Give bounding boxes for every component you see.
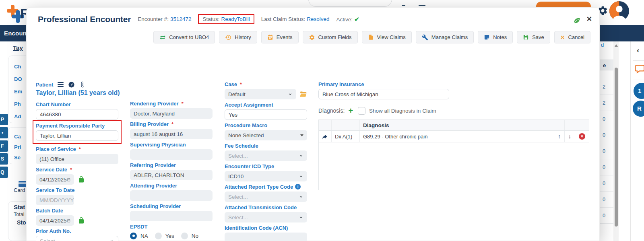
view-claims-button[interactable]: View Claims <box>362 31 412 43</box>
encounter-icd-type-select[interactable]: ICD10 <box>225 171 307 181</box>
delete-diagnosis-icon[interactable]: ✕ <box>579 133 585 140</box>
rendering-provider-input[interactable]: Doctor, Maryland <box>130 108 213 119</box>
professional-encounter-modal: Professional Encounter Encounter #:35124… <box>26 7 600 241</box>
leaf-icon[interactable] <box>573 16 581 25</box>
payment-responsible-party-label: Payment Responsible Party <box>36 122 118 129</box>
show-all-diagnosis-checkbox[interactable] <box>358 107 365 115</box>
unlock-icon[interactable] <box>78 217 85 224</box>
patient-label: Patient <box>36 81 53 88</box>
active-indicator: Active:✔ <box>336 16 359 23</box>
swap-arrows-icon <box>159 34 166 41</box>
side-button-f[interactable]: F <box>0 140 8 152</box>
referring-provider-input[interactable]: ADLER, CHARLTON <box>130 170 213 180</box>
chevron-down-icon <box>288 92 293 97</box>
primary-insurance-input[interactable]: Blue Cross of Michigan <box>318 89 449 99</box>
case-folder-icon[interactable] <box>299 91 307 98</box>
payment-responsible-party-input[interactable]: Taylor, Lillian <box>36 130 118 141</box>
attached-report-type-select[interactable]: Select... <box>225 192 307 202</box>
nav-tab-encounters[interactable]: Encoun <box>4 25 27 41</box>
procedure-macro-select[interactable]: None Selected <box>225 130 307 140</box>
prior-auth-select[interactable]: Select... <box>36 236 118 241</box>
statement-item: Sto <box>17 219 26 226</box>
identification-code-label: Identification Code (ACN) <box>225 225 307 231</box>
diagnosis-table: Diagnosis Dx A(1) G89.29 - Other chronic… <box>318 119 589 190</box>
side-button-q[interactable]: Q <box>0 167 8 178</box>
epsdt-radio-na[interactable] <box>130 233 137 239</box>
epsdt-label: EPSDT <box>130 223 213 230</box>
accept-assignment-label: Accept Assignment <box>225 101 307 108</box>
move-diagnosis-down-icon[interactable]: ↓ <box>568 133 571 140</box>
epsdt-radio-no[interactable] <box>181 233 188 239</box>
attending-provider-input[interactable] <box>130 190 213 201</box>
side-button-s[interactable]: S <box>0 153 8 165</box>
statement-title: Stat <box>14 204 25 210</box>
cancel-x-icon: ✕ <box>560 34 565 41</box>
right-amount-cell: 0 <box>600 175 613 192</box>
manage-claims-wrench-icon <box>422 34 428 41</box>
right-amount-cell: 0 <box>600 159 613 175</box>
chat-bubble-icon[interactable] <box>634 64 644 75</box>
global-search-input[interactable] <box>308 0 392 7</box>
move-diagnosis-up-icon[interactable]: ↑ <box>558 133 561 140</box>
info-icon[interactable] <box>295 184 301 190</box>
patient-dashboard-icon[interactable] <box>68 81 75 88</box>
custom-fields-button[interactable]: Custom Fields <box>303 31 358 43</box>
case-select[interactable]: Default <box>225 89 296 99</box>
chevron-down-icon <box>299 153 303 158</box>
screen: R Encoun Tay Ch DO Em Ph Ad Ca Pri Se Ca… <box>0 0 644 241</box>
modal-toolbar: Convert to UBO4 History Events Custom Fi… <box>27 31 599 43</box>
supervising-physician-input[interactable] <box>130 149 213 160</box>
patient-name: Taylor, Lillian (51 years old) <box>36 89 118 97</box>
billing-provider-input[interactable]: august 16 august 16 <box>130 129 213 139</box>
chevron-down-icon <box>109 239 114 241</box>
status-badge: Status:ReadyToBill <box>198 14 254 24</box>
epsdt-option-label: Yes <box>165 233 174 239</box>
diagnosis-dx-cell: Dx A(1) <box>332 131 360 142</box>
statement-subtitle: Total <box>14 212 24 217</box>
attached-transmission-label: Attached Transmission Code <box>225 204 307 210</box>
calendar-icon <box>67 177 70 182</box>
patient-tab-link[interactable]: Tay <box>13 44 23 51</box>
side-button-p[interactable]: P <box>0 114 8 125</box>
topbar-icon-fragment <box>402 5 405 6</box>
chart-number-input[interactable]: 4646380 <box>36 109 118 119</box>
epsdt-radio-yes[interactable] <box>155 233 162 239</box>
attachment-paperclip-icon[interactable] <box>79 81 86 88</box>
accept-assignment-input[interactable]: Yes <box>225 109 307 120</box>
fee-schedule-select[interactable]: Select... <box>225 150 307 161</box>
scrollbar-up-arrow-icon[interactable] <box>615 44 618 47</box>
batch-date-input[interactable]: 04/14/2025 <box>36 215 74 226</box>
diagnosis-column-header: Diagnosis <box>360 120 554 130</box>
chevron-down-icon <box>299 215 303 220</box>
service-date-input[interactable]: 04/12/2025 <box>36 174 74 185</box>
events-button[interactable]: Events <box>261 31 299 43</box>
identification-code-input[interactable] <box>225 233 307 241</box>
batch-date-label: Batch Date <box>36 207 118 214</box>
place-of-service-input[interactable]: (11) Office <box>36 154 118 164</box>
payment-responsible-party-highlight: Payment Responsible Party Taylor, Lillia… <box>33 120 122 144</box>
scrollbar-thumb[interactable] <box>615 68 618 227</box>
notes-button[interactable]: Notes <box>478 31 513 43</box>
events-calendar-icon <box>267 34 273 40</box>
share-diagnosis-icon[interactable] <box>322 134 328 140</box>
close-icon[interactable]: ✕ <box>586 15 592 23</box>
encounter-number: Encounter #:3512472 <box>138 16 191 22</box>
history-button[interactable]: History <box>219 31 257 43</box>
user-avatar[interactable] <box>609 1 629 21</box>
cancel-button[interactable]: ✕ Cancel <box>554 31 590 43</box>
dock-collapse-chevron-icon[interactable]: ‹ <box>637 46 639 55</box>
add-diagnosis-icon[interactable]: + <box>348 107 353 114</box>
scheduling-provider-input[interactable] <box>130 211 213 221</box>
service-to-date-input[interactable]: MM/DD/YYYY <box>36 195 74 205</box>
caret-down-icon <box>300 134 303 136</box>
convert-to-ub04-button[interactable]: Convert to UBO4 <box>153 31 215 43</box>
card-section-label: Card <box>14 187 25 193</box>
save-button[interactable]: Save <box>517 31 550 43</box>
referring-provider-label: Referring Provider <box>130 162 213 168</box>
manage-claims-button[interactable]: Manage Claims <box>416 31 474 43</box>
patient-menu-icon[interactable] <box>58 81 64 88</box>
unlock-icon[interactable] <box>78 176 85 183</box>
encounter-icd-type-label: Encounter ICD Type <box>225 163 307 169</box>
side-button-dot[interactable]: • <box>0 127 8 138</box>
attached-transmission-select[interactable]: Select... <box>225 212 307 222</box>
